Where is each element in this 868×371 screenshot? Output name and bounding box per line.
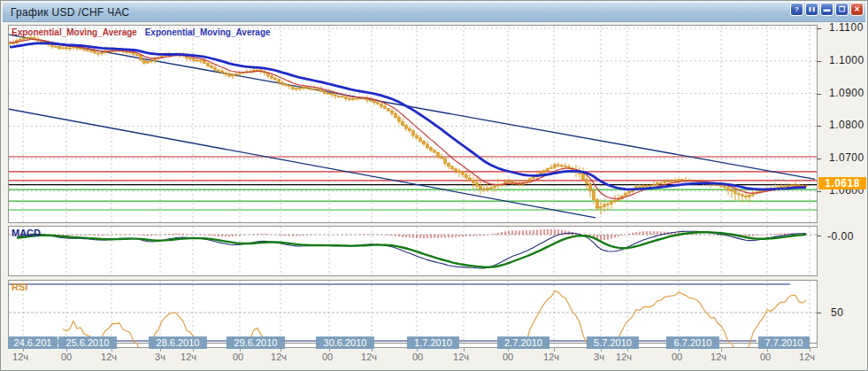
date-label-25.6.2010: 25.6.2010 xyxy=(58,336,117,349)
price-tick xyxy=(817,191,821,192)
rsi-mid-label: 50 xyxy=(831,306,843,319)
price-label-1.0900: 1.0900 xyxy=(829,87,864,99)
price-tick xyxy=(817,61,821,62)
candles xyxy=(9,35,808,214)
date-label-30.6.2010: 30.6.2010 xyxy=(316,336,374,349)
date-label-1.7.2010: 1.7.2010 xyxy=(407,336,459,349)
time-tick xyxy=(810,348,810,352)
ema-slow-line xyxy=(10,43,806,189)
window-title: График USD /CHF ЧАС xyxy=(3,6,129,19)
date-label-7.7.2010: 7.7.2010 xyxy=(758,336,810,349)
date-label-29.6.2010: 29.6.2010 xyxy=(227,336,285,349)
price-tick xyxy=(817,158,821,159)
date-label-28.6.2010: 28.6.2010 xyxy=(149,336,207,349)
time-label: 12ч xyxy=(543,352,559,362)
ema-fast-legend: Exponential_Moving_Average xyxy=(12,27,137,37)
price-tick xyxy=(817,126,821,127)
price-chart-canvas[interactable] xyxy=(9,26,817,222)
time-label: 12ч xyxy=(181,352,196,362)
time-tick xyxy=(464,348,465,352)
price-label-1.0800: 1.0800 xyxy=(829,119,864,131)
date-label-5.7.2010: 5.7.2010 xyxy=(587,336,639,349)
time-label: 3ч xyxy=(594,352,604,362)
current-price-tag: 1.0618 xyxy=(818,177,866,189)
time-label: 00 xyxy=(503,352,513,362)
minimize-button[interactable]: ▬ xyxy=(820,3,833,16)
rsi-label: RSI xyxy=(12,282,27,292)
time-label: 00 xyxy=(61,352,72,362)
time-tick xyxy=(554,348,555,352)
macd-signal-line xyxy=(17,232,806,267)
date-label-2.7.2010: 2.7.2010 xyxy=(497,336,549,349)
price-tick xyxy=(817,28,821,29)
close-button[interactable]: ✕ xyxy=(850,3,864,16)
time-label: 12ч xyxy=(799,352,815,362)
time-tick xyxy=(721,348,722,352)
time-label: 12ч xyxy=(271,352,287,362)
rsi-mid-tick xyxy=(817,313,821,313)
macd-zero-tick xyxy=(817,236,821,236)
time-label: 00 xyxy=(322,352,333,362)
time-label: 12ч xyxy=(12,352,28,362)
window-buttons: ?❚❚▬❒✕ xyxy=(790,3,864,16)
price-tick xyxy=(817,94,821,95)
time-label: 00 xyxy=(233,352,243,362)
pause-button[interactable]: ❚❚ xyxy=(805,3,818,16)
ema-fast-line xyxy=(10,40,806,199)
time-label: 00 xyxy=(672,352,682,362)
price-label-1.0700: 1.0700 xyxy=(829,151,864,164)
macd-label: MACD xyxy=(12,228,41,238)
time-label: 00 xyxy=(412,352,423,362)
chart-window: График USD /CHF ЧАС ?❚❚▬❒✕ Exponential_M… xyxy=(0,0,868,371)
time-label: 00 xyxy=(760,352,771,362)
ema-slow-legend: Exponential_Moving_Average xyxy=(145,27,271,37)
price-label-1.1000: 1.1000 xyxy=(829,54,864,66)
time-label: 12ч xyxy=(361,352,377,362)
time-label: 12ч xyxy=(453,352,469,362)
macd-canvas[interactable] xyxy=(9,227,817,275)
time-label: 12ч xyxy=(711,352,726,362)
price-label-1.1100: 1.1100 xyxy=(829,21,864,34)
time-label: 3ч xyxy=(155,352,165,362)
date-label-24.6.201: 24.6.201 xyxy=(8,336,58,349)
help-button[interactable]: ? xyxy=(790,3,803,16)
macd-zero-label: -0.00 xyxy=(827,230,854,243)
window-titlebar[interactable]: График USD /CHF ЧАС xyxy=(3,3,865,22)
time-label: 12ч xyxy=(101,352,117,362)
date-label-6.7.2010: 6.7.2010 xyxy=(666,336,719,349)
time-label: 12ч xyxy=(616,352,632,362)
indicator-legend: Exponential_Moving_Average Exponential_M… xyxy=(12,27,271,37)
restore-button[interactable]: ❒ xyxy=(835,3,849,16)
